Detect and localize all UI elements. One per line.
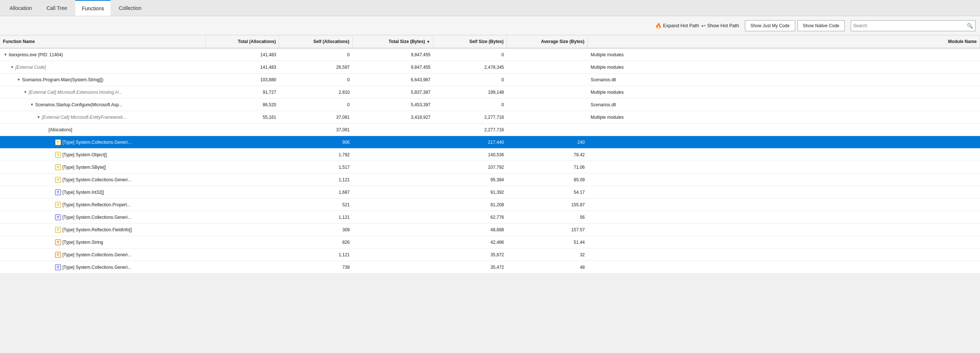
type-icon: T [55, 227, 61, 233]
cell-cell-self-size: 35,872 [433, 249, 507, 261]
cell-module [588, 198, 980, 211]
cell-cell-self-alloc: 906 [279, 136, 353, 148]
cell-cell-avg-size [507, 61, 588, 73]
col-header-self-size[interactable]: Self Size (Bytes) [433, 35, 507, 48]
cell-name: T[Type] System.Object[] [0, 149, 206, 161]
col-header-total-alloc[interactable]: Total (Allocations) [206, 35, 279, 48]
tab-collection[interactable]: Collection [112, 0, 148, 16]
table-row[interactable]: T[Type] System.Reflection.FieldInfo[]309… [0, 224, 980, 236]
cell-cell-self-alloc: 1,687 [279, 186, 353, 198]
cell-module [588, 236, 980, 248]
cell-cell-total-size [353, 249, 433, 261]
table-container: Function Name Total (Allocations) Self (… [0, 35, 980, 353]
cell-cell-self-alloc: 309 [279, 224, 353, 236]
expand-icon[interactable]: ▼ [23, 90, 28, 94]
cell-cell-self-size: 35,472 [433, 261, 507, 273]
table-row[interactable]: ▼[External Code]141,48326,5979,847,4552,… [0, 61, 980, 73]
cell-module: Multiple modules [588, 61, 980, 73]
expand-icon[interactable]: ▼ [3, 53, 8, 57]
col-header-name[interactable]: Function Name [0, 35, 206, 48]
row-name-text: [External Call] Microsoft.Extensions.Hos… [29, 90, 123, 95]
cell-module [588, 149, 980, 161]
cell-cell-avg-size [507, 73, 588, 86]
cell-cell-self-size: 0 [433, 48, 507, 61]
cell-cell-avg-size [507, 99, 588, 111]
col-header-self-alloc[interactable]: Self (Allocations) [279, 35, 353, 48]
expand-icon[interactable]: ▼ [16, 78, 21, 81]
row-name-text: [Type] System.Int32[] [62, 190, 104, 195]
cell-module [588, 161, 980, 173]
type-icon: T [55, 189, 61, 195]
tab-call-tree[interactable]: Call Tree [40, 0, 74, 16]
cell-cell-total-alloc [206, 123, 279, 136]
table-row[interactable]: T[Type] System.SByte[]1,517107,79271.06 [0, 161, 980, 174]
cell-name: T[Type] System.Collections.Generi... [0, 174, 206, 186]
col-header-module[interactable]: Module Name [588, 35, 980, 48]
cell-cell-avg-size: 56 [507, 211, 588, 223]
table-row[interactable]: T[Type] System.Object[]1,792140,53678.42 [0, 149, 980, 161]
tab-functions[interactable]: Functions [75, 0, 111, 16]
cell-cell-total-size [353, 198, 433, 211]
cell-cell-total-size [353, 224, 433, 236]
show-just-my-code-button[interactable]: Show Just My Code [745, 20, 795, 31]
cell-cell-self-size: 2,277,716 [433, 111, 507, 123]
search-input[interactable] [853, 23, 967, 28]
table-row[interactable]: ▼[External Call] Microsoft.Extensions.Ho… [0, 86, 980, 99]
row-name-text: [Type] System.Reflection.FieldInfo[] [62, 227, 132, 232]
cell-cell-total-size: 5,837,387 [353, 86, 433, 98]
show-hot-path-label[interactable]: ↩ Show Hot Path [701, 23, 739, 29]
show-native-code-button[interactable]: Show Native Code [797, 20, 845, 31]
type-icon: T [55, 202, 61, 208]
cell-cell-total-alloc [206, 211, 279, 223]
tab-allocation[interactable]: Allocation [3, 0, 38, 16]
table-row[interactable]: T[Type] System.Collections.Generi...1,12… [0, 211, 980, 224]
type-icon: T [55, 177, 61, 183]
expand-icon[interactable]: ▼ [10, 65, 15, 69]
row-name-text: [Type] System.Collections.Generi... [62, 177, 131, 182]
cell-cell-avg-size: 155.87 [507, 198, 588, 211]
cell-cell-self-size: 0 [433, 99, 507, 111]
cell-cell-self-size: 2,277,716 [433, 123, 507, 136]
cell-cell-self-alloc: 1,517 [279, 161, 353, 173]
table-body[interactable]: ▼iisexpress.exe (PID: 11404)141,48309,84… [0, 48, 980, 353]
cell-cell-self-alloc: 1,121 [279, 174, 353, 186]
table-row[interactable]: [Allocations]37,0812,277,716 [0, 123, 980, 136]
cell-cell-total-alloc [206, 149, 279, 161]
cell-module: Multiple modules [588, 48, 980, 61]
type-icon: T [55, 214, 61, 220]
table-row[interactable]: T[Type] System.Collections.Generi...1,12… [0, 174, 980, 186]
cell-module: Multiple modules [588, 111, 980, 123]
cell-cell-avg-size [507, 48, 588, 61]
table-row[interactable]: T[Type] System.Int32[]1,68791,39254.17 [0, 186, 980, 198]
table-row[interactable]: T[Type] System.Reflection.Propert...5218… [0, 198, 980, 211]
table-row[interactable]: T[Type] System.Collections.Generi...7393… [0, 261, 980, 273]
row-name-text: [Type] System.Object[] [62, 152, 107, 157]
cell-name: T[Type] System.Reflection.FieldInfo[] [0, 224, 206, 236]
cell-module [588, 211, 980, 223]
expand-hot-path-label[interactable]: 🔥 Expand Hot Path [655, 23, 699, 29]
cell-cell-total-size [353, 161, 433, 173]
cell-cell-total-alloc [206, 198, 279, 211]
table-row[interactable]: T[Type] System.Collections.Generi...1,12… [0, 249, 980, 261]
table-row[interactable]: ▼Scenarios.Program.Main(System.String[])… [0, 73, 980, 86]
col-header-avg-size[interactable]: Average Size (Bytes) [507, 35, 588, 48]
row-name-text: iisexpress.exe (PID: 11404) [9, 52, 63, 58]
col-header-total-size[interactable]: Total Size (Bytes) ▼ [353, 35, 433, 48]
cell-cell-total-size: 9,847,455 [353, 48, 433, 61]
cell-module [588, 136, 980, 148]
table-row[interactable]: ▼Scenarios.Startup.Configure(Microsoft.A… [0, 99, 980, 111]
type-icon: T [55, 252, 61, 258]
table-row[interactable]: T[Type] System.String82642,48651.44 [0, 236, 980, 249]
table-row[interactable]: ▼iisexpress.exe (PID: 11404)141,48309,84… [0, 48, 980, 61]
search-box[interactable]: 🔍 [851, 20, 975, 31]
cell-cell-self-size: 48,688 [433, 224, 507, 236]
cell-cell-self-size: 0 [433, 73, 507, 86]
table-row[interactable]: ▼[External Call] Microsoft.EntityFramewo… [0, 111, 980, 123]
expand-icon[interactable]: ▼ [36, 115, 41, 119]
table-row[interactable]: T[Type] System.Collections.Generi...9062… [0, 136, 980, 149]
cell-cell-total-size [353, 149, 433, 161]
cell-cell-total-alloc: 141,483 [206, 61, 279, 73]
cell-module: Scenarios.dll [588, 99, 980, 111]
expand-icon[interactable]: ▼ [29, 102, 35, 107]
cell-cell-self-alloc: 1,121 [279, 211, 353, 223]
